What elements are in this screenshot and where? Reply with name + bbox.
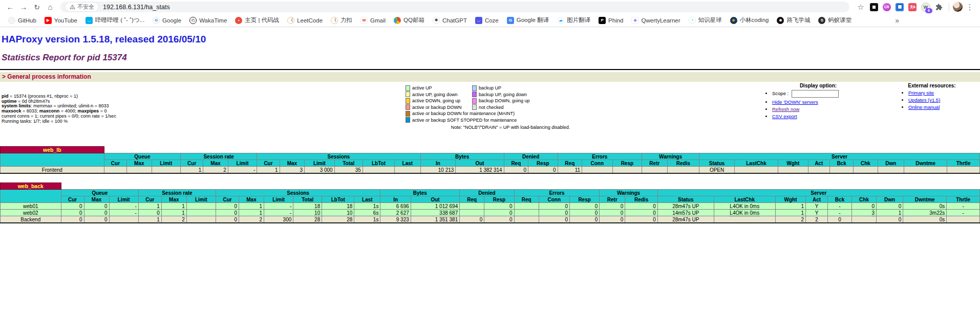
bookmark-item[interactable]: MGmail bbox=[356, 15, 390, 26]
bookmark-item[interactable]: S蚂蚁课堂 bbox=[814, 15, 856, 26]
column-header-out: Out bbox=[411, 196, 459, 203]
xiaolin-coding-favicon: ☻ bbox=[730, 17, 737, 24]
column-header-act: Act bbox=[806, 196, 828, 203]
home-button[interactable]: ⌂ bbox=[44, 1, 56, 13]
gmail-favicon: M bbox=[360, 17, 368, 24]
external-resource-item: Primary site bbox=[908, 90, 973, 96]
bookmark-label: QwertyLearner bbox=[641, 17, 680, 24]
cell-last bbox=[395, 167, 420, 174]
cell-out: 338 687 bbox=[411, 210, 459, 216]
back-button[interactable]: ← bbox=[4, 1, 16, 13]
cell-redis bbox=[667, 167, 699, 174]
report-subtitle: Statistics Report for pid 15374 bbox=[2, 53, 980, 63]
bookmark-item[interactable]: GGoogle 翻译 bbox=[503, 15, 553, 26]
external-resource-link[interactable]: Primary site bbox=[908, 90, 934, 96]
menu-kebab-icon[interactable]: ⋮ bbox=[964, 1, 976, 13]
cell-max: 1 bbox=[239, 210, 264, 216]
scope-input[interactable] bbox=[792, 90, 839, 98]
bookmark-item[interactable]: ☻小林coding bbox=[726, 15, 773, 26]
legend-note: Note: "NOLB"/"DRAIN" = UP with load-bala… bbox=[406, 125, 615, 130]
table-title-spacer bbox=[61, 183, 979, 190]
tooltip-value: 10 bbox=[314, 210, 320, 216]
bookmark-star-icon[interactable]: ☆ bbox=[855, 1, 867, 13]
bookmark-item[interactable]: ▶YouTube bbox=[40, 15, 81, 26]
display-option-link[interactable]: Hide 'DOWN' servers bbox=[772, 99, 818, 105]
haproxy-title-link[interactable]: HAProxy version 1.5.18, released 2016/05… bbox=[2, 34, 980, 45]
cell-dwntme bbox=[904, 167, 947, 174]
bookmarks-overflow-chevron[interactable]: » bbox=[895, 16, 899, 25]
cell-total: 35 bbox=[334, 167, 363, 174]
legend-item: active or backup DOWN for maintenance (M… bbox=[406, 111, 515, 117]
column-header-redis: Redis bbox=[667, 160, 699, 167]
bookmark-item[interactable]: GGoogle bbox=[148, 15, 185, 26]
status-legend: active UPbackup UPactive UP, going downb… bbox=[406, 85, 615, 130]
reload-button[interactable]: ↻ bbox=[31, 1, 43, 13]
cell-limit: 300 bbox=[264, 216, 293, 223]
column-header-status: Status bbox=[657, 196, 714, 203]
bookmark-item[interactable]: PPhind bbox=[594, 15, 627, 26]
legend-label: backup DOWN, going up bbox=[479, 98, 530, 103]
cell-req bbox=[514, 216, 539, 223]
proxy-name-web_lb[interactable]: web_lb bbox=[1, 147, 104, 153]
extension-lr-icon[interactable]: LR bbox=[883, 3, 891, 11]
extension-bluebox-icon[interactable] bbox=[896, 3, 904, 11]
external-resource-link[interactable]: Updates (v1.5) bbox=[908, 97, 940, 103]
column-header-req: Req bbox=[514, 196, 539, 203]
bookmark-item[interactable]: ◡Coze bbox=[471, 15, 503, 26]
cell-last: 1s bbox=[354, 216, 380, 223]
bookmark-item[interactable]: ✱ChatGPT bbox=[429, 15, 471, 26]
bookmark-label: YouTube bbox=[54, 17, 77, 24]
bookmark-item[interactable]: 〈力扣 bbox=[327, 15, 356, 26]
cell-dwntme: 0s bbox=[903, 203, 947, 210]
tooltip-value: 18 bbox=[314, 203, 320, 210]
display-option-link[interactable]: Refresh now bbox=[772, 106, 799, 112]
external-resources-title: External resources: bbox=[891, 83, 973, 88]
column-header-limit: Limit bbox=[186, 196, 216, 203]
proxy-name-web_back[interactable]: web_back bbox=[1, 183, 61, 190]
bookmark-item[interactable]: ◔知识星球 bbox=[685, 15, 726, 26]
forward-button[interactable]: → bbox=[17, 1, 30, 13]
cell-thrtle bbox=[947, 216, 980, 223]
warning-icon bbox=[70, 4, 75, 10]
bookmark-item[interactable]: GitHub bbox=[4, 15, 40, 26]
cell-conn: 0 bbox=[539, 216, 569, 223]
legend-item: backup UP, going down bbox=[472, 92, 527, 97]
bookmark-item[interactable]: ◆QwertyLearner bbox=[627, 15, 684, 26]
extension-blackbox-icon[interactable] bbox=[870, 3, 878, 11]
tooltip-value: 1 bbox=[199, 167, 202, 173]
bookmark-item[interactable]: •主页 | 代码战 bbox=[231, 15, 283, 26]
extension-translate-icon[interactable]: 文A bbox=[908, 3, 917, 11]
cell-max: 0 bbox=[84, 210, 109, 216]
display-options: Display option: Scope : Hide 'DOWN' serv… bbox=[741, 83, 895, 121]
legend-row: active or backup DOWN for maintenance (M… bbox=[406, 110, 615, 117]
bookmark-label: 路飞学城 bbox=[786, 16, 810, 24]
puzzle-icon bbox=[935, 4, 943, 11]
bookmark-item[interactable]: ☁图片翻译 bbox=[553, 15, 594, 26]
bookmark-item[interactable]: ☻路飞学城 bbox=[773, 15, 814, 26]
column-group-errors: Errors bbox=[558, 153, 642, 160]
cell-max: 3 bbox=[280, 167, 304, 174]
address-bar[interactable]: 不安全 192.168.6.131/ha_stats bbox=[60, 2, 849, 12]
cell-status: 14m57s UP bbox=[657, 210, 714, 216]
column-header-cur: Cur bbox=[61, 196, 84, 203]
cell-resp: 0 bbox=[484, 216, 514, 223]
column-header-dwn: Dwn bbox=[878, 160, 904, 167]
display-option-link[interactable]: CSV export bbox=[772, 113, 797, 119]
profile-avatar[interactable] bbox=[953, 2, 963, 12]
stats-row-web02: web0200-0101-10106s2 627338 6870000014m5… bbox=[1, 210, 980, 216]
bookmark-item[interactable]: ◡哔哩哔哩 ( ˚- ˚)つ... bbox=[81, 15, 148, 26]
security-chip[interactable]: 不安全 bbox=[66, 3, 98, 11]
external-resource-link[interactable]: Online manual bbox=[908, 104, 940, 110]
extension-w-icon[interactable]: W6 bbox=[921, 3, 930, 12]
qqmail-favicon bbox=[394, 17, 401, 24]
cell-wght: 2 bbox=[775, 216, 805, 223]
bookmark-item[interactable]: ◴WakaTime bbox=[185, 15, 231, 26]
extensions-menu-icon[interactable] bbox=[935, 3, 943, 11]
column-header-total: Total bbox=[293, 196, 322, 203]
cell-act bbox=[808, 167, 829, 174]
cell-out: 1 012 694 bbox=[411, 203, 459, 210]
column-header-lastchk: LastChk bbox=[734, 160, 778, 167]
bookmark-item[interactable]: QQ邮箱 bbox=[390, 15, 429, 26]
bookmark-item[interactable]: 〈LeetCode bbox=[283, 15, 327, 26]
qwerty-learner-favicon: ◆ bbox=[631, 17, 638, 24]
